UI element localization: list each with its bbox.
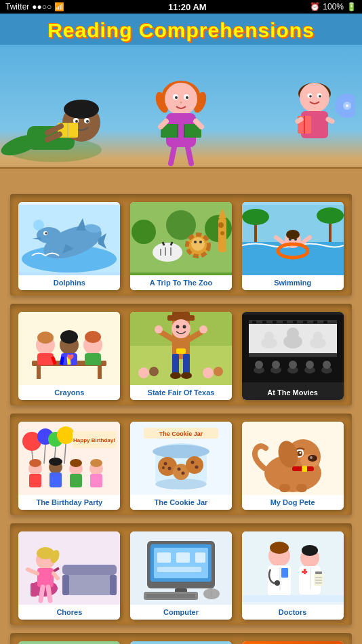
book-label-crayons: Crayons	[18, 385, 120, 400]
book-zoo[interactable]: A Trip To The Zoo	[130, 202, 232, 290]
svg-rect-105	[172, 312, 190, 317]
hero-area	[0, 45, 362, 187]
svg-rect-224	[176, 552, 190, 563]
book-dolphins[interactable]: Dolphins	[18, 202, 120, 290]
battery-label: 100%	[323, 2, 344, 12]
book-football[interactable]: Football	[242, 641, 344, 644]
svg-point-64	[191, 237, 205, 251]
book-computer[interactable]: Computer	[130, 531, 232, 620]
svg-point-81	[294, 238, 297, 241]
svg-rect-237	[279, 567, 281, 590]
book-statefair[interactable]: State Fair Of Texas	[130, 312, 232, 400]
svg-point-149	[323, 361, 331, 369]
book-label-dog: My Dog Pete	[242, 495, 344, 510]
book-swimming[interactable]: Swimming	[242, 202, 344, 290]
svg-point-21	[180, 102, 182, 104]
svg-line-58	[163, 242, 164, 245]
svg-point-8	[86, 120, 89, 123]
book-dog[interactable]: My Dog Pete	[242, 422, 344, 510]
svg-rect-207	[62, 575, 69, 595]
svg-rect-125	[249, 353, 337, 357]
svg-point-65	[194, 241, 197, 243]
svg-point-169	[90, 459, 102, 467]
book-doctors[interactable]: Doctors	[242, 531, 344, 620]
book-image-crayons	[18, 312, 120, 385]
book-image-beach	[130, 641, 232, 644]
svg-rect-201	[296, 484, 307, 492]
svg-line-59	[171, 242, 172, 245]
svg-rect-245	[304, 569, 306, 574]
svg-point-147	[306, 361, 314, 369]
time-display: 11:20 AM	[168, 2, 207, 12]
book-beach[interactable]: At The Beach	[130, 641, 232, 644]
svg-rect-214	[37, 568, 54, 587]
alarm-icon: ⏰	[310, 2, 320, 12]
svg-point-116	[170, 372, 181, 379]
svg-point-106	[172, 319, 190, 338]
svg-point-96	[85, 331, 101, 343]
book-cookie[interactable]: The Cookie Jar	[130, 422, 232, 510]
shelf-items-2: Crayons	[16, 312, 346, 400]
shelf-row-5: At The Beach	[10, 633, 352, 644]
book-crayons[interactable]: Crayons	[18, 312, 120, 400]
svg-point-66	[199, 241, 202, 243]
book-lastrow[interactable]	[18, 641, 120, 644]
book-image-chores	[18, 531, 120, 605]
svg-text:Happy Birthday!: Happy Birthday!	[73, 437, 115, 443]
svg-point-241	[302, 545, 318, 556]
status-left: Twitter ●●○○ 📶	[5, 2, 64, 12]
book-image-birthday: Happy Birthday!	[18, 422, 120, 495]
book-image-cookie: The Cookie Jar	[130, 422, 232, 495]
app-title: Reading Comprehensions	[3, 19, 359, 42]
svg-line-218	[48, 587, 50, 601]
svg-rect-226	[157, 567, 201, 572]
svg-point-16	[165, 83, 197, 115]
signal-dots: ●●○○	[32, 2, 52, 12]
svg-line-41	[328, 119, 332, 121]
svg-point-121	[214, 367, 223, 376]
svg-point-198	[299, 452, 301, 454]
svg-point-117	[181, 372, 192, 379]
book-image-statefair	[130, 312, 232, 385]
book-chores[interactable]: Chores	[18, 531, 120, 620]
shelf-row-2: Crayons	[10, 304, 352, 405]
svg-point-184	[167, 467, 171, 470]
book-label-birthday: The Birthday Party	[18, 495, 120, 510]
svg-point-145	[289, 361, 297, 369]
svg-point-137	[287, 327, 299, 340]
svg-point-76	[317, 207, 344, 224]
app-header: Reading Comprehensions	[0, 14, 362, 45]
character-left	[0, 85, 108, 167]
svg-point-195	[310, 456, 313, 459]
svg-point-35	[309, 95, 312, 98]
svg-rect-206	[62, 565, 117, 575]
svg-point-107	[176, 325, 179, 329]
book-image-zoo	[130, 202, 232, 275]
svg-point-54	[132, 220, 156, 244]
svg-rect-170	[90, 474, 102, 487]
svg-point-189	[195, 466, 198, 469]
svg-rect-126	[252, 321, 256, 323]
shelf-row-4: Chores	[10, 523, 352, 625]
svg-point-90	[37, 331, 54, 344]
svg-point-163	[49, 458, 62, 466]
svg-rect-133	[323, 321, 327, 323]
svg-rect-225	[195, 552, 205, 563]
svg-rect-128	[273, 321, 277, 323]
book-image-dog	[242, 422, 344, 495]
svg-point-4	[64, 100, 99, 119]
svg-point-20	[186, 96, 188, 99]
svg-point-186	[177, 468, 180, 471]
svg-rect-127	[262, 321, 266, 323]
svg-line-30	[188, 147, 191, 163]
svg-point-179	[153, 445, 209, 458]
svg-point-70	[218, 222, 224, 228]
svg-rect-222	[154, 548, 208, 578]
book-label-doctors: Doctors	[242, 605, 344, 620]
svg-point-139	[313, 331, 323, 341]
book-image-lastrow	[18, 641, 120, 644]
book-birthday[interactable]: Happy Birthday! The Birthday Party	[18, 422, 120, 510]
book-movies[interactable]: At The Movies	[242, 312, 344, 400]
svg-point-160	[29, 459, 41, 467]
book-label-swimming: Swimming	[242, 275, 344, 290]
